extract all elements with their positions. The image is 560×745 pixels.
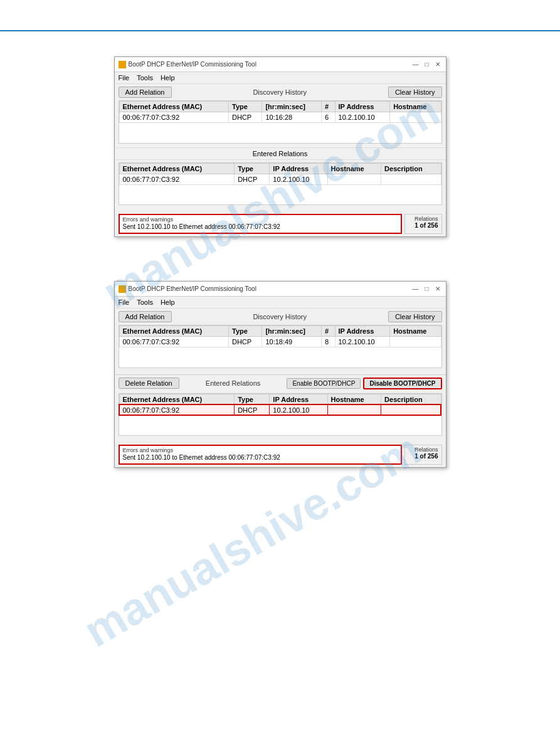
rel-cell-type-2: DHCP bbox=[235, 404, 270, 415]
relations-table-section-1: Ethernet Address (MAC) Type IP Address H… bbox=[119, 162, 442, 206]
cell-num: 6 bbox=[321, 112, 335, 123]
empty-row-6 bbox=[119, 357, 441, 367]
menu-file-2[interactable]: File bbox=[119, 299, 130, 306]
rel-cell-mac-2: 00:06:77:07:C3:92 bbox=[119, 404, 235, 415]
rel-cell-desc bbox=[381, 174, 441, 184]
discovery-table-container-1: Ethernet Address (MAC) Type [hr:min:sec]… bbox=[115, 100, 446, 147]
relations-label-2: Relations bbox=[408, 446, 438, 453]
menu-bar-1: File Tools Help bbox=[115, 72, 446, 84]
rel-col-ip-1: IP Address bbox=[270, 163, 327, 174]
clear-history-btn-1[interactable]: Clear History bbox=[388, 87, 442, 98]
col-hostname-2: Hostname bbox=[390, 326, 441, 337]
page-container: manualshive.com manualshive.com BootP DH… bbox=[0, 0, 560, 745]
rel-col-type-2: Type bbox=[235, 394, 270, 404]
empty-row-3 bbox=[119, 184, 441, 194]
col-hostname-1: Hostname bbox=[390, 102, 441, 112]
app-icon-2 bbox=[119, 285, 126, 293]
empty-row-4 bbox=[119, 194, 441, 204]
cell-hostname-2 bbox=[390, 337, 441, 347]
relations-table-section-2: Ethernet Address (MAC) Type IP Address H… bbox=[119, 393, 442, 436]
window-title-text-1: BootP DHCP EtherNet/IP Commissioning Too… bbox=[129, 61, 256, 68]
relations-label-1: Relations bbox=[408, 216, 438, 222]
cell-time: 10:16:28 bbox=[262, 112, 321, 123]
col-mac-1: Ethernet Address (MAC) bbox=[119, 102, 228, 112]
enable-bootp-btn-2[interactable]: Enable BOOTP/DHCP bbox=[287, 378, 361, 389]
table-row: 00:06:77:07:C3:92 DHCP 10.2.100.10 bbox=[119, 404, 441, 415]
add-relation-btn-1[interactable]: Add Relation bbox=[119, 87, 172, 98]
rel-col-mac-2: Ethernet Address (MAC) bbox=[119, 394, 235, 404]
col-ip-1: IP Address bbox=[335, 102, 390, 112]
rel-col-desc-1: Description bbox=[381, 163, 441, 174]
menu-tools-2[interactable]: Tools bbox=[137, 299, 153, 306]
discovery-history-label-2: Discovery History bbox=[172, 313, 388, 320]
col-num-2: # bbox=[321, 326, 335, 337]
app-icon-1 bbox=[119, 61, 126, 68]
col-time-2: [hr:min:sec] bbox=[262, 326, 321, 337]
minimize-btn-2[interactable]: — bbox=[410, 285, 420, 292]
maximize-btn-2[interactable]: □ bbox=[423, 285, 430, 292]
menu-help-1[interactable]: Help bbox=[161, 74, 175, 82]
rel-cell-desc-2 bbox=[381, 404, 441, 415]
table-row: 00:06:77:07:C3:92 DHCP 10.2.100.10 bbox=[119, 174, 441, 184]
col-mac-2: Ethernet Address (MAC) bbox=[119, 326, 228, 337]
minimize-btn-1[interactable]: — bbox=[410, 61, 420, 68]
relations-thead-2: Ethernet Address (MAC) Type IP Address H… bbox=[119, 394, 441, 404]
close-btn-1[interactable]: ✕ bbox=[433, 61, 442, 68]
rel-col-ip-2: IP Address bbox=[270, 394, 327, 404]
errors-row-2: Errors and warnings Sent 10.2.100.10 to … bbox=[115, 442, 446, 467]
empty-row-1 bbox=[119, 123, 441, 133]
cell-ip-2: 10.2.100.10 bbox=[335, 337, 390, 347]
clear-history-btn-2[interactable]: Clear History bbox=[388, 311, 442, 322]
empty-row-2 bbox=[119, 133, 441, 143]
cell-type-2: DHCP bbox=[228, 337, 262, 347]
delete-relation-btn-2[interactable]: Delete Relation bbox=[119, 378, 179, 389]
rel-col-desc-2: Description bbox=[381, 394, 441, 404]
menu-help-2[interactable]: Help bbox=[161, 299, 175, 306]
discovery-table-2: Ethernet Address (MAC) Type [hr:min:sec]… bbox=[119, 325, 441, 367]
title-left-1: BootP DHCP EtherNet/IP Commissioning Too… bbox=[119, 61, 256, 68]
relations-tbody-1: 00:06:77:07:C3:92 DHCP 10.2.100.10 bbox=[119, 174, 441, 204]
errors-label-1: Errors and warnings bbox=[123, 216, 398, 223]
discovery-table-1: Ethernet Address (MAC) Type [hr:min:sec]… bbox=[119, 101, 441, 143]
discovery-thead-2: Ethernet Address (MAC) Type [hr:min:sec]… bbox=[119, 326, 441, 337]
col-ip-2: IP Address bbox=[335, 326, 390, 337]
discovery-thead-1: Ethernet Address (MAC) Type [hr:min:sec]… bbox=[119, 102, 441, 112]
close-btn-2[interactable]: ✕ bbox=[433, 285, 442, 292]
menu-file-1[interactable]: File bbox=[119, 74, 130, 82]
rel-cell-type: DHCP bbox=[235, 174, 270, 184]
cell-hostname bbox=[390, 112, 441, 123]
errors-text-2: Sent 10.2.100.10 to Ethernet address 00:… bbox=[123, 454, 398, 461]
toolbar-row-1: Add Relation Discovery History Clear His… bbox=[115, 84, 446, 100]
rel-cell-mac: 00:06:77:07:C3:92 bbox=[119, 174, 235, 184]
discovery-table-section-1: Ethernet Address (MAC) Type [hr:min:sec]… bbox=[119, 100, 442, 144]
discovery-tbody-1: 00:06:77:07:C3:92 DHCP 10:16:28 6 10.2.1… bbox=[119, 112, 441, 143]
cell-time-2: 10:18:49 bbox=[262, 337, 321, 347]
toolbar-row-2b: Delete Relation Entered Relations Enable… bbox=[115, 374, 446, 392]
empty-row-5 bbox=[119, 347, 441, 357]
maximize-btn-1[interactable]: □ bbox=[423, 61, 430, 68]
relations-header-row-2: Ethernet Address (MAC) Type IP Address H… bbox=[119, 394, 441, 404]
rel-col-mac-1: Ethernet Address (MAC) bbox=[119, 163, 235, 174]
errors-row-1: Errors and warnings Sent 10.2.100.10 to … bbox=[115, 211, 446, 236]
add-relation-btn-2[interactable]: Add Relation bbox=[119, 311, 172, 322]
rel-col-type-1: Type bbox=[235, 163, 270, 174]
errors-box-2: Errors and warnings Sent 10.2.100.10 to … bbox=[119, 445, 402, 465]
disable-bootp-btn-2[interactable]: Disable BOOTP/DHCP bbox=[363, 378, 441, 389]
rel-col-hostname-1: Hostname bbox=[327, 163, 381, 174]
menu-tools-1[interactable]: Tools bbox=[137, 74, 153, 82]
entered-relations-label-row-1: Entered Relations bbox=[115, 147, 446, 160]
discovery-header-row-2: Ethernet Address (MAC) Type [hr:min:sec]… bbox=[119, 326, 441, 337]
window-controls-2: — □ ✕ bbox=[410, 285, 441, 292]
discovery-table-section-2: Ethernet Address (MAC) Type [hr:min:sec]… bbox=[119, 325, 442, 368]
relations-tbody-2: 00:06:77:07:C3:92 DHCP 10.2.100.10 bbox=[119, 404, 441, 435]
window-2: BootP DHCP EtherNet/IP Commissioning Too… bbox=[114, 281, 446, 468]
col-num-1: # bbox=[321, 102, 335, 112]
relations-table-container-2: Ethernet Address (MAC) Type IP Address H… bbox=[115, 392, 446, 440]
relations-table-container-1: Ethernet Address (MAC) Type IP Address H… bbox=[115, 160, 446, 209]
col-type-2: Type bbox=[228, 326, 262, 337]
window-title-text-2: BootP DHCP EtherNet/IP Commissioning Too… bbox=[129, 285, 256, 292]
rel-col-hostname-2: Hostname bbox=[327, 394, 381, 404]
titlebar-2: BootP DHCP EtherNet/IP Commissioning Too… bbox=[115, 282, 446, 297]
relations-box-1: Relations 1 of 256 bbox=[404, 214, 442, 234]
rel-cell-ip: 10.2.100.10 bbox=[270, 174, 327, 184]
